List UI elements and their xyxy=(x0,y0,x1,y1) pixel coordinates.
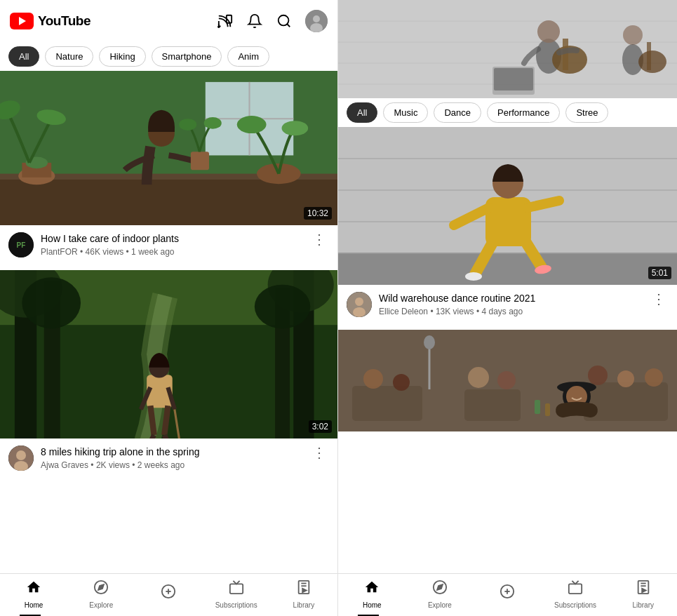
svg-point-19 xyxy=(179,119,196,130)
svg-point-89 xyxy=(588,366,608,385)
nav-create-right[interactable] xyxy=(486,584,528,605)
svg-rect-104 xyxy=(569,584,582,594)
svg-rect-84 xyxy=(584,382,668,421)
more-options-dance[interactable]: ⋮ xyxy=(649,292,669,306)
home-icon-right xyxy=(364,580,380,599)
search-icon[interactable] xyxy=(276,13,293,29)
svg-point-91 xyxy=(645,368,663,387)
video-title-hiking: 8 miles hiking trip alone in the spring xyxy=(41,446,302,458)
svg-marker-42 xyxy=(98,584,104,590)
thumbnail-concert[interactable] xyxy=(338,330,677,431)
right-bottom-nav: Home Explore xyxy=(338,573,677,616)
explore-icon xyxy=(93,580,109,599)
svg-point-98 xyxy=(424,335,435,349)
svg-point-0 xyxy=(218,26,220,27)
video-card-concert xyxy=(338,330,677,431)
chip-street[interactable]: Stree xyxy=(565,102,608,123)
svg-point-86 xyxy=(393,374,410,391)
nav-explore-right[interactable]: Explore xyxy=(419,580,461,609)
duration-dance: 5:01 xyxy=(648,267,671,279)
svg-rect-10 xyxy=(0,178,337,225)
nav-home-label-right: Home xyxy=(363,601,382,609)
channel-avatar-ellice[interactable] xyxy=(347,292,372,317)
nav-subscriptions-label: Subscriptions xyxy=(215,601,257,609)
svg-point-87 xyxy=(468,367,489,388)
video-meta-plants: How I take care of indoor plants PlantFO… xyxy=(41,232,302,257)
nav-library-label: Library xyxy=(293,601,315,609)
video-info-plants: PF How I take care of indoor plants Plan… xyxy=(0,225,337,265)
nav-library-left[interactable]: Library xyxy=(283,580,325,609)
video-title-plants: How I take care of indoor plants xyxy=(41,232,302,245)
video-subtitle-plants: PlantFOR • 46K views • 1 week ago xyxy=(41,247,302,257)
nav-home-right[interactable]: Home xyxy=(351,580,393,609)
right-video-feed: 5:01 Wild warehouse dance routine 2021 E… xyxy=(338,127,677,573)
thumbnail-plants[interactable]: 10:32 xyxy=(0,71,337,225)
svg-marker-108 xyxy=(642,589,646,593)
user-avatar[interactable] xyxy=(305,10,328,32)
video-title-dance: Wild warehouse dance routine 2021 xyxy=(379,292,642,304)
svg-point-90 xyxy=(617,370,634,387)
svg-rect-96 xyxy=(545,403,550,416)
chip-performance[interactable]: Performance xyxy=(487,102,560,123)
chip-smartphone[interactable]: Smartphone xyxy=(152,46,222,67)
svg-point-39 xyxy=(16,450,26,460)
more-options-plants[interactable]: ⋮ xyxy=(309,232,329,246)
chip-anim[interactable]: Anim xyxy=(227,46,269,67)
channel-avatar-ajwa[interactable] xyxy=(8,446,34,471)
create-icon-right xyxy=(500,584,515,603)
right-category-chips: All Music Dance Performance Stree xyxy=(338,98,677,127)
video-card-hiking: 3:02 8 miles hiking trip alone in the sp… xyxy=(0,270,337,478)
svg-rect-69 xyxy=(338,253,677,285)
svg-rect-46 xyxy=(230,584,243,594)
library-icon-right xyxy=(636,580,651,599)
video-info-hiking: 8 miles hiking trip alone in the spring … xyxy=(0,438,337,478)
svg-text:PF: PF xyxy=(17,241,26,249)
nav-explore-label-right: Explore xyxy=(428,601,452,609)
svg-rect-62 xyxy=(494,68,533,91)
svg-point-37 xyxy=(255,285,310,329)
youtube-logo-text: YouTube xyxy=(38,13,91,29)
chip-dance[interactable]: Dance xyxy=(434,102,481,123)
nav-library-right[interactable]: Library xyxy=(622,580,664,609)
svg-point-35 xyxy=(22,277,81,328)
library-icon xyxy=(296,580,311,599)
nav-subscriptions-label-right: Subscriptions xyxy=(554,601,596,609)
nav-create-left[interactable] xyxy=(147,584,189,605)
thumbnail-hiking[interactable]: 3:02 xyxy=(0,270,337,438)
svg-point-23 xyxy=(282,121,309,135)
chip-all[interactable]: All xyxy=(8,46,39,67)
left-phone-panel: YouTube xyxy=(0,0,338,616)
header-icons xyxy=(217,10,328,32)
cast-icon[interactable] xyxy=(217,13,234,29)
youtube-logo-icon xyxy=(10,13,34,29)
svg-point-63 xyxy=(623,25,643,45)
svg-point-85 xyxy=(363,369,383,389)
svg-rect-82 xyxy=(352,386,422,421)
left-bottom-nav: Home Explore xyxy=(0,573,337,616)
thumbnail-dance[interactable]: 5:01 xyxy=(338,127,677,285)
duration-hiking: 3:02 xyxy=(309,420,332,433)
nav-explore-label: Explore xyxy=(89,601,113,609)
mini-player[interactable] xyxy=(338,0,677,98)
right-phone-panel: All Music Dance Performance Stree xyxy=(338,0,677,616)
video-subtitle-hiking: Ajwa Graves • 2K views • 2 weeks ago xyxy=(41,460,302,470)
chip-music[interactable]: Music xyxy=(383,102,428,123)
nav-explore-left[interactable]: Explore xyxy=(80,580,122,609)
chip-all-right[interactable]: All xyxy=(347,102,377,123)
channel-avatar-plantfor[interactable]: PF xyxy=(8,232,34,257)
svg-point-88 xyxy=(497,371,516,389)
nav-subscriptions-left[interactable]: Subscriptions xyxy=(215,580,257,609)
video-meta-dance: Wild warehouse dance routine 2021 Ellice… xyxy=(379,292,642,316)
notifications-icon[interactable] xyxy=(246,13,263,29)
nav-library-label-right: Library xyxy=(632,601,654,609)
svg-point-22 xyxy=(237,116,267,133)
chip-nature[interactable]: Nature xyxy=(45,46,93,67)
chip-hiking[interactable]: Hiking xyxy=(99,46,145,67)
nav-home-left[interactable]: Home xyxy=(13,580,55,609)
youtube-logo[interactable]: YouTube xyxy=(10,13,91,29)
svg-point-76 xyxy=(465,272,482,281)
more-options-hiking[interactable]: ⋮ xyxy=(309,446,329,460)
nav-subscriptions-right[interactable]: Subscriptions xyxy=(554,580,596,609)
create-icon xyxy=(161,584,176,603)
nav-home-label: Home xyxy=(25,601,43,609)
